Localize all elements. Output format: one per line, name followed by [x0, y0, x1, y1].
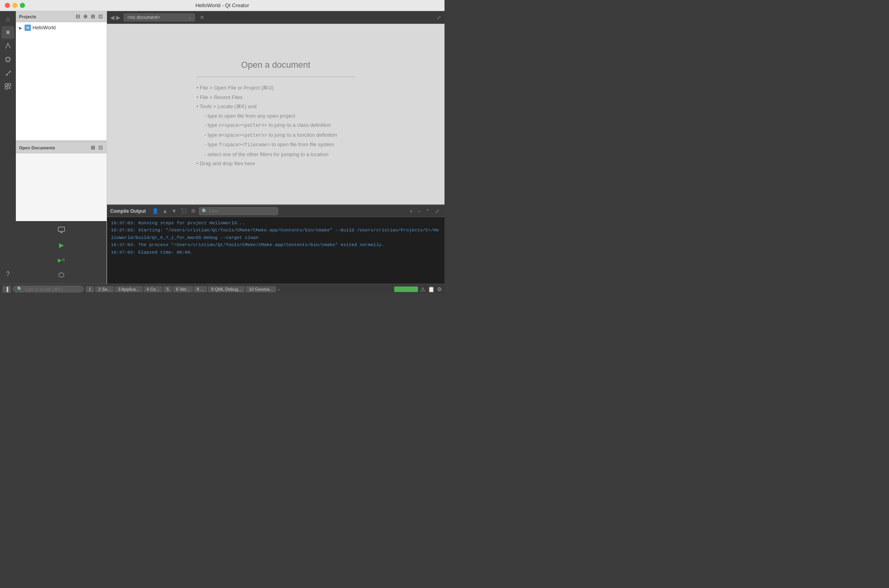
open-doc-prompt: Open a document • File > Open File or Pr…: [196, 60, 355, 168]
instruction-line-2: • File > Recent Files: [196, 93, 355, 102]
svg-rect-4: [5, 84, 8, 86]
titlebar: HelloWorld - Qt Creator: [0, 0, 444, 11]
open-docs-split-icon[interactable]: ⊞: [90, 144, 96, 151]
open-docs-collapse-icon[interactable]: ⊡: [97, 144, 103, 151]
activity-icon-design[interactable]: [2, 40, 14, 52]
activity-icon-debug[interactable]: [2, 53, 14, 66]
sidebar-toggle-button[interactable]: ▐: [2, 286, 11, 293]
status-tab-4[interactable]: 4 Co...: [143, 286, 162, 292]
compile-gear-icon[interactable]: ⚙: [190, 207, 196, 215]
compile-minus-icon[interactable]: −: [416, 207, 422, 215]
status-log-icon[interactable]: 📋: [428, 286, 435, 292]
open-doc-title: Open a document: [196, 60, 355, 70]
open-docs-content: [16, 153, 107, 221]
locate-input[interactable]: [24, 287, 76, 292]
kit-icon[interactable]: [55, 269, 68, 281]
instruction-sub-5: - select one of the other filters for ju…: [204, 150, 355, 159]
activity-icon-help[interactable]: ?: [2, 268, 14, 281]
compile-line-4: 16:37:03: Elapsed time: 00:00.: [111, 249, 441, 256]
projects-content: ▶ H HelloWorld: [16, 22, 107, 140]
nav-forward[interactable]: ▶: [116, 14, 120, 21]
open-docs-header-icons: ⊞ ⊡: [90, 144, 103, 151]
open-docs-header: Open Documents ⊞ ⊡: [16, 142, 107, 153]
projects-header-icons: ⊟ ⊕ ⊞ ⊡: [75, 13, 103, 20]
build-status-bar: [394, 286, 418, 292]
status-tab-3[interactable]: 3 Applica...: [115, 286, 143, 292]
link-icon[interactable]: ⊕: [82, 13, 88, 20]
status-tab-6[interactable]: 6 Ver...: [173, 286, 193, 292]
collapse-icon[interactable]: ⊡: [97, 13, 103, 20]
sidebar: Projects ⊟ ⊕ ⊞ ⊡ ▶ H HelloWorld: [16, 11, 107, 284]
projects-label: Projects: [19, 14, 72, 19]
minimize-button[interactable]: [12, 3, 17, 8]
status-tab-10[interactable]: 10 Genera...: [246, 286, 276, 292]
maximize-button[interactable]: [20, 3, 25, 8]
compile-stop-icon[interactable]: ⬛: [180, 207, 188, 215]
svg-point-0: [8, 43, 9, 44]
compile-line-2: 16:37:03: Starting: "/Users/cristian/Qt/…: [111, 227, 441, 241]
svg-point-3: [9, 58, 10, 59]
editor-area: ◀ ▶ <no document> ⌄ ✕ ⤢ Open a document: [107, 11, 444, 284]
open-doc-instructions: • File > Open File or Project (⌘O) • Fil…: [196, 83, 355, 168]
instruction-line-4: • Drag and drop files here: [196, 159, 355, 168]
filter-icon[interactable]: ⊟: [75, 13, 81, 20]
run-icon[interactable]: ▶: [55, 239, 68, 251]
activity-icon-extensions[interactable]: [2, 80, 14, 93]
statusbar-left: ▐ 🔍: [2, 286, 84, 293]
run-debug-icon[interactable]: ▶⚙: [55, 254, 68, 266]
filter-input[interactable]: [209, 209, 275, 214]
toolbar-expand-icon[interactable]: ⤢: [437, 14, 441, 21]
project-item-helloworld[interactable]: ▶ H HelloWorld: [16, 24, 107, 32]
filter-input-wrap: 🔍: [199, 207, 278, 215]
compile-down-icon[interactable]: ▼: [171, 207, 177, 215]
status-tab-1[interactable]: 1: [86, 286, 94, 292]
instruction-line-1: • File > Open File or Project (⌘O): [196, 83, 355, 92]
activity-icon-tools[interactable]: [2, 67, 14, 79]
compile-up-icon[interactable]: ▲: [162, 207, 168, 215]
compile-header: Compile Output 👤 ▲ ▼ ⬛ ⚙ 🔍 + −: [107, 205, 444, 217]
status-warning-icon[interactable]: ⚠: [420, 286, 425, 292]
svg-rect-7: [58, 227, 65, 231]
nav-back[interactable]: ◀: [110, 14, 114, 21]
project-icon: H: [25, 25, 31, 31]
window-title: HelloWorld - Qt Creator: [195, 2, 249, 8]
compile-person-icon[interactable]: 👤: [151, 207, 159, 215]
close-button[interactable]: [5, 3, 10, 8]
instruction-sub-3: - type m<space><pattern> to jump to a fu…: [204, 130, 355, 140]
statusbar: ▐ 🔍 1 2 Se... 3 Applica... 4 Co... 5 6 V…: [0, 284, 444, 294]
projects-header: Projects ⊟ ⊕ ⊞ ⊡: [16, 11, 107, 22]
status-tab-8[interactable]: 8 ...: [194, 286, 207, 292]
instruction-line-3: • Tools > Locate (⌘K) and: [196, 102, 355, 111]
doc-selector-text: <no document>: [127, 15, 186, 20]
activity-bar: ⌂ ≡ ?: [0, 11, 16, 284]
status-tab-more-icon[interactable]: ⌄: [277, 286, 280, 292]
monitor-icon[interactable]: [55, 223, 68, 236]
split-icon[interactable]: ⊞: [90, 13, 96, 20]
status-tab-5[interactable]: 5: [163, 286, 172, 292]
compile-add-icon[interactable]: +: [408, 207, 414, 215]
activity-icon-editor[interactable]: ≡: [2, 26, 14, 39]
document-selector[interactable]: <no document> ⌄: [124, 13, 195, 21]
doc-close-button[interactable]: ✕: [200, 14, 204, 21]
projects-panel: Projects ⊟ ⊕ ⊞ ⊡ ▶ H HelloWorld: [16, 11, 107, 140]
statusbar-right: ⚠ 📋 ⚙: [394, 286, 442, 292]
compile-output-content: 16:37:03: Running steps for project Hell…: [107, 217, 444, 284]
compile-right-btns: + − ⌃ ⤢: [408, 207, 441, 215]
compile-title: Compile Output: [110, 208, 146, 214]
tree-arrow: ▶: [19, 26, 23, 30]
status-tabs: 1 2 Se... 3 Applica... 4 Co... 5 6 Ver..…: [86, 286, 393, 292]
sidebar-run-area: ▶ ▶⚙: [16, 221, 107, 284]
doc-selector-arrow-icon: ⌄: [188, 15, 191, 20]
compile-expand-icon[interactable]: ⤢: [433, 207, 441, 215]
compile-collapse-icon[interactable]: ⌃: [424, 207, 432, 215]
activity-icon-home[interactable]: ⌂: [2, 13, 14, 25]
window-controls[interactable]: [5, 3, 25, 8]
instruction-sub-2: - type c<space><pattern> to jump to a cl…: [204, 120, 355, 130]
status-tab-2[interactable]: 2 Se...: [95, 286, 114, 292]
status-settings-icon[interactable]: ⚙: [437, 286, 442, 292]
status-tab-9[interactable]: 9 QML Debug...: [208, 286, 245, 292]
svg-rect-5: [8, 84, 11, 86]
locate-search[interactable]: 🔍: [13, 286, 84, 292]
instruction-sub-4: - type f<space><filename> to open file f…: [204, 140, 355, 150]
editor-content: Open a document • File > Open File or Pr…: [107, 24, 444, 204]
